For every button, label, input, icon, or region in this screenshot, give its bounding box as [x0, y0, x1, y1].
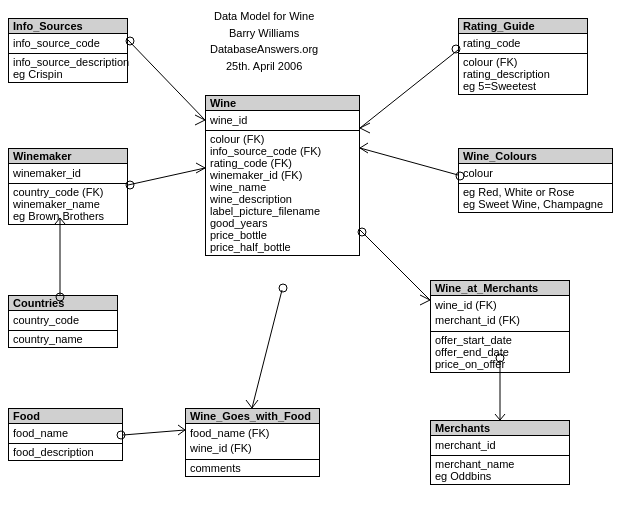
- entity-wine-colours: Wine_Colours colour eg Red, White or Ros…: [458, 148, 613, 213]
- svg-line-2: [195, 120, 205, 125]
- title-line4: 25th. April 2006: [226, 60, 302, 72]
- svg-line-29: [246, 400, 252, 408]
- entity-wine-goes-with-food-pk: food_name (FK) wine_id (FK): [186, 424, 319, 459]
- title-line1: Data Model for Wine: [214, 10, 314, 22]
- entity-rating-guide-fields: colour (FK) rating_description eg 5=Swee…: [459, 53, 587, 94]
- svg-line-4: [360, 50, 458, 128]
- entity-winemaker-pk: winemaker_id: [9, 164, 127, 183]
- entity-wine-at-merchants-pk: wine_id (FK) merchant_id (FK): [431, 296, 569, 331]
- svg-line-22: [420, 300, 430, 305]
- diagram-title: Data Model for Wine Barry Williams Datab…: [210, 8, 318, 74]
- svg-line-18: [360, 148, 368, 153]
- entity-food-header: Food: [9, 409, 122, 424]
- entity-countries-pk: country_code: [9, 311, 117, 330]
- svg-line-10: [196, 168, 205, 173]
- title-line3: DatabaseAnswers.org: [210, 43, 318, 55]
- entity-wine-goes-with-food-header: Wine_Goes_with_Food: [186, 409, 319, 424]
- svg-line-33: [178, 425, 185, 430]
- entity-winemaker-header: Winemaker: [9, 149, 127, 164]
- entity-merchants: Merchants merchant_id merchant_name eg O…: [430, 420, 570, 485]
- entity-rating-guide-header: Rating_Guide: [459, 19, 587, 34]
- svg-line-0: [128, 40, 205, 120]
- entity-food-fields: food_description: [9, 443, 122, 460]
- entity-countries-fields: country_name: [9, 330, 117, 347]
- entity-info-sources-header: Info_Sources: [9, 19, 127, 34]
- svg-line-20: [360, 230, 430, 300]
- svg-line-28: [252, 290, 282, 408]
- entity-food-pk: food_name: [9, 424, 122, 443]
- entity-merchants-header: Merchants: [431, 421, 569, 436]
- entity-countries-header: Countries: [9, 296, 117, 311]
- svg-line-6: [360, 128, 370, 133]
- entity-winemaker: Winemaker winemaker_id country_code (FK)…: [8, 148, 128, 225]
- svg-line-30: [252, 400, 258, 408]
- entity-wine: Wine wine_id colour (FK) info_source_cod…: [205, 95, 360, 256]
- svg-line-1: [195, 115, 205, 120]
- svg-line-32: [123, 430, 185, 435]
- entity-info-sources-fields: info_source_description eg Crispin: [9, 53, 127, 82]
- svg-line-16: [360, 148, 458, 175]
- entity-wine-at-merchants-fields: offer_start_date offer_end_date price_on…: [431, 331, 569, 372]
- entity-wine-colours-fields: eg Red, White or Rose eg Sweet Wine, Cha…: [459, 183, 612, 212]
- entity-wine-fields: colour (FK) info_source_code (FK) rating…: [206, 130, 359, 255]
- entity-food: Food food_name food_description: [8, 408, 123, 461]
- entity-merchants-fields: merchant_name eg Oddbins: [431, 455, 569, 484]
- svg-line-21: [420, 295, 430, 300]
- entity-wine-at-merchants: Wine_at_Merchants wine_id (FK) merchant_…: [430, 280, 570, 373]
- entity-rating-guide-pk: rating_code: [459, 34, 587, 53]
- entity-merchants-pk: merchant_id: [431, 436, 569, 455]
- entity-wine-colours-pk: colour: [459, 164, 612, 183]
- entity-info-sources-pk: info_source_code: [9, 34, 127, 53]
- svg-line-17: [360, 143, 368, 148]
- svg-line-9: [196, 163, 205, 168]
- entity-wine-colours-header: Wine_Colours: [459, 149, 612, 164]
- entity-wine-goes-with-food: Wine_Goes_with_Food food_name (FK) wine_…: [185, 408, 320, 477]
- entity-wine-header: Wine: [206, 96, 359, 111]
- entity-wine-pk: wine_id: [206, 111, 359, 130]
- title-line2: Barry Williams: [229, 27, 299, 39]
- svg-point-31: [279, 284, 287, 292]
- diagram-container: Data Model for Wine Barry Williams Datab…: [0, 0, 633, 525]
- svg-line-5: [360, 123, 370, 128]
- svg-line-8: [128, 168, 205, 185]
- entity-info-sources: Info_Sources info_source_code info_sourc…: [8, 18, 128, 83]
- entity-wine-at-merchants-header: Wine_at_Merchants: [431, 281, 569, 296]
- entity-wine-goes-with-food-fields: comments: [186, 459, 319, 476]
- entity-countries: Countries country_code country_name: [8, 295, 118, 348]
- entity-winemaker-fields: country_code (FK) winemaker_name eg Brow…: [9, 183, 127, 224]
- svg-line-34: [178, 430, 185, 435]
- entity-rating-guide: Rating_Guide rating_code colour (FK) rat…: [458, 18, 588, 95]
